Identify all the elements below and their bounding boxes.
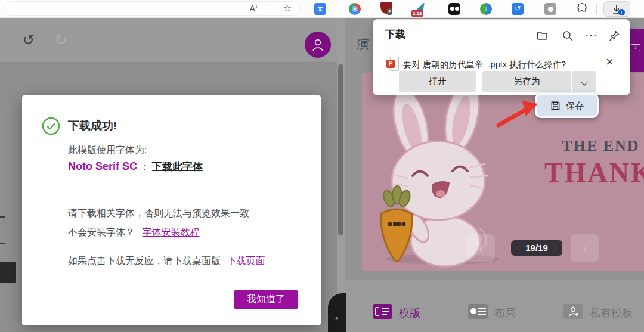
search-downloads-icon[interactable] <box>561 30 574 43</box>
screen: A⁾ ☆ 文 2 2.52 ↓ ↺ i ↺ ↻ × × × <box>0 0 644 332</box>
redo-icon[interactable]: ↻ <box>55 33 67 47</box>
font-tip-line1: 请下载相关字体，否则无法与预览效果一致 <box>68 207 249 220</box>
tip2-text: 不会安装字体？ <box>68 227 135 237</box>
triangle-extension-icon[interactable]: 2.52 <box>411 2 432 18</box>
undo-icon[interactable]: ↺ <box>23 33 35 47</box>
template-tabbar: 模版 布局 私有模板 <box>345 280 644 332</box>
download-success-modal: 下载成功! 此模版使用字体为: Noto Serif SC ： 下载此字体 请下… <box>22 95 321 325</box>
layout-tab-icon <box>468 304 488 319</box>
success-check-icon <box>42 117 60 135</box>
save-as-button[interactable]: 另存为 <box>482 71 571 92</box>
save-as-dropdown-button[interactable] <box>572 71 596 92</box>
divider <box>373 52 630 52</box>
tab-layout-label: 布局 <box>494 306 516 320</box>
download-font-link[interactable]: 下载此字体 <box>152 161 203 172</box>
more-options-icon[interactable]: ⋯ <box>584 30 597 43</box>
favorite-star-icon[interactable]: ☆ <box>280 2 295 16</box>
tip3-text: 如果点击下载无反应，请下载桌面版 <box>68 256 221 266</box>
tab-layout[interactable]: 布局 <box>468 304 540 322</box>
tab-template[interactable]: 模版 <box>373 304 450 322</box>
font-separator: ： <box>140 162 149 172</box>
floppy-save-icon <box>550 100 561 111</box>
modal-title: 下载成功! <box>68 118 117 134</box>
present-button[interactable]: › <box>628 29 644 72</box>
screenshot-extension-icon[interactable] <box>544 3 556 15</box>
downloads-button[interactable]: i <box>603 1 630 17</box>
idm-extension-icon[interactable]: ↓ <box>480 3 492 15</box>
tab-private-template[interactable]: 私有模板 <box>564 304 644 322</box>
ublock-badge: 2 <box>387 8 392 15</box>
list-dash <box>0 243 5 244</box>
close-download-icon[interactable]: × <box>606 55 614 69</box>
expand-chevron-icon: › <box>335 312 338 322</box>
font-name: Noto Serif SC <box>68 160 137 172</box>
font-tip-line3: 如果点击下载无反应，请下载桌面版 下载页面 <box>68 255 265 268</box>
download-progress-badge: i <box>618 9 625 15</box>
downloads-title: 下载 <box>385 27 405 41</box>
slide-text-the-end: THE END <box>552 137 644 155</box>
tab-private-template-label: 私有模板 <box>590 306 633 320</box>
download-page-link[interactable]: 下载页面 <box>227 256 265 266</box>
powerpoint-file-icon: P <box>386 57 400 71</box>
open-file-button[interactable]: 打开 <box>399 71 476 92</box>
browser-extension-icon[interactable] <box>349 3 361 15</box>
font-intro-text: 此模版使用字体为: <box>68 144 147 157</box>
page-indicator: 19/19 <box>511 240 562 256</box>
toolbar-separator <box>596 4 597 14</box>
avatar[interactable] <box>305 32 331 58</box>
dots-extension-icon[interactable] <box>448 3 460 15</box>
extensions-puzzle-icon[interactable] <box>576 2 589 17</box>
private-template-tab-icon <box>564 304 583 319</box>
downloads-flyout: 下载 ⋯ P 要对 唐朝的历代皇帝_.pptx 执行什么操作? × 打开 另存为 <box>373 19 630 95</box>
panel-title-fragment: 演 <box>357 36 369 52</box>
annotation-arrow <box>495 98 541 128</box>
font-tip-line2: 不会安装字体？ 字体安装教程 <box>68 226 199 239</box>
site-header: ↺ ↻ <box>0 18 337 63</box>
font-row: Noto Serif SC ： 下载此字体 <box>68 160 203 173</box>
slide-text-thanks: THANKS <box>544 157 644 188</box>
panel-expander-tab[interactable]: › <box>328 293 346 332</box>
save-menu-item[interactable]: 保存 <box>535 93 599 118</box>
presentation-screen-icon: › <box>631 44 640 51</box>
translate-extension-icon[interactable]: 文 <box>314 3 326 15</box>
browser-toolbar: A⁾ ☆ 文 2 2.52 ↓ ↺ i <box>0 0 644 18</box>
font-tutorial-link[interactable]: 字体安装教程 <box>142 227 199 237</box>
chevron-down-icon <box>581 79 587 85</box>
list-dash <box>0 216 5 218</box>
prev-slide-button[interactable]: ‹ <box>467 234 495 262</box>
got-it-button[interactable]: 我知道了 <box>234 290 298 309</box>
triangle-badge: 2.52 <box>411 10 423 17</box>
template-tab-icon <box>373 304 392 319</box>
download-prompt-message: 要对 唐朝的历代皇帝_.pptx 执行什么操作? <box>403 59 566 70</box>
next-slide-button[interactable]: › <box>571 234 599 262</box>
tab-template-label: 模版 <box>399 306 420 320</box>
save-menu-label: 保存 <box>566 100 584 111</box>
read-aloud-icon[interactable]: A⁾ <box>246 2 261 16</box>
ublock-extension-icon[interactable]: 2 <box>380 2 395 17</box>
open-folder-icon[interactable] <box>535 30 549 43</box>
dark-panel-corner <box>0 262 16 283</box>
history-extension-icon[interactable]: ↺ <box>512 3 524 15</box>
pin-icon[interactable] <box>608 30 621 43</box>
scrollbar-thumb[interactable] <box>338 64 343 235</box>
